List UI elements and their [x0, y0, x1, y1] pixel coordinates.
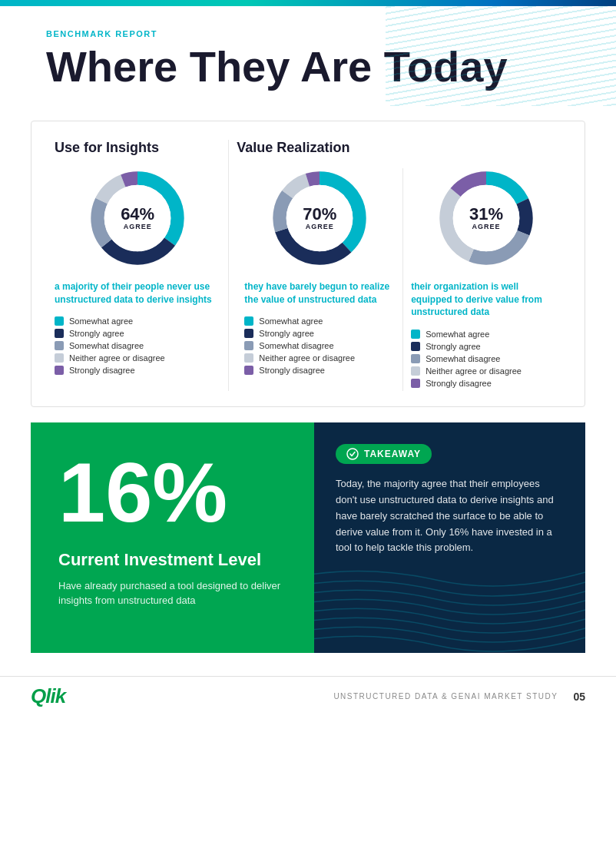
- value-realization-title: Value Realization: [237, 140, 569, 156]
- legend-item: Neither agree or disagree: [411, 366, 561, 376]
- use-insights-title: Use for Insights: [55, 140, 220, 156]
- bottom-section: 16% Current Investment Level Have alread…: [31, 422, 585, 653]
- legend-color-dot: [411, 342, 420, 351]
- svg-point-21: [347, 449, 358, 459]
- legend-color-dot: [411, 379, 420, 388]
- investment-description: Have already purchased a tool designed t…: [58, 578, 286, 608]
- takeaway-badge-label: TAKEAWAY: [364, 449, 421, 459]
- legend-label: Strongly agree: [426, 342, 481, 351]
- use-insights-donut-container: 64% AGREE: [55, 168, 220, 268]
- legend-color-dot: [244, 366, 253, 375]
- value-chart1-donut-container: 70% AGREE: [244, 168, 395, 268]
- legend-color-dot: [55, 329, 64, 338]
- use-insights-donut: 64% AGREE: [88, 168, 187, 268]
- value-chart2-percent: 31%: [469, 206, 503, 223]
- legend-item: Neither agree or disagree: [55, 353, 220, 363]
- legend-label: Strongly agree: [259, 329, 314, 338]
- legend-item: Strongly agree: [55, 329, 220, 338]
- checkmark-icon: [346, 448, 359, 460]
- investment-box: 16% Current Investment Level Have alread…: [31, 422, 314, 653]
- legend-label: Neither agree or disagree: [259, 353, 355, 363]
- value-chart1-legend: Somewhat agree Strongly agree Somewhat d…: [244, 316, 395, 375]
- investment-title: Current Investment Level: [58, 550, 286, 570]
- legend-color-dot: [411, 366, 420, 376]
- footer-study-label: UNSTRUCTURED DATA & GENAI MARKET STUDY: [333, 692, 558, 701]
- use-insights-label: 64% AGREE: [121, 206, 154, 230]
- legend-item: Somewhat disagree: [244, 341, 395, 350]
- legend-color-dot: [244, 329, 253, 338]
- takeaway-text: Today, the majority agree that their emp…: [336, 476, 564, 556]
- footer-logo-area: Qlik: [31, 684, 65, 708]
- footer: Qlik UNSTRUCTURED DATA & GENAI MARKET ST…: [0, 676, 616, 716]
- value-chart1-percent: 70%: [303, 206, 336, 223]
- content-area: Use for Insights: [0, 121, 616, 653]
- legend-label: Somewhat agree: [259, 316, 323, 326]
- legend-item: Strongly disagree: [244, 366, 395, 375]
- qlik-logo: Qlik: [31, 684, 65, 708]
- legend-color-dot: [55, 316, 64, 326]
- decorative-lines: [386, 6, 616, 106]
- legend-item: Strongly disagree: [411, 379, 561, 388]
- legend-color-dot: [411, 330, 420, 339]
- value-realization-section: Value Realization: [229, 140, 569, 391]
- use-insights-legend: Somewhat agree Strongly agree Somewhat d…: [55, 316, 220, 375]
- value-chart1-agree: AGREE: [303, 223, 336, 230]
- legend-label: Neither agree or disagree: [426, 366, 522, 376]
- legend-label: Strongly disagree: [426, 379, 492, 388]
- legend-label: Somewhat disagree: [69, 341, 144, 350]
- legend-label: Strongly agree: [69, 329, 124, 338]
- value-chart2-legend: Somewhat agree Strongly agree Somewhat d…: [411, 330, 561, 388]
- legend-label: Somewhat disagree: [259, 341, 333, 350]
- top-decorative-bar: [0, 0, 616, 6]
- value-chart1-section: 70% AGREE they have barely begun to real…: [237, 168, 403, 391]
- footer-right: UNSTRUCTURED DATA & GENAI MARKET STUDY 0…: [333, 691, 585, 703]
- value-chart1-donut: 70% AGREE: [270, 168, 369, 268]
- legend-label: Somewhat disagree: [426, 354, 500, 363]
- takeaway-box: TAKEAWAY Today, the majority agree that …: [314, 422, 585, 653]
- legend-color-dot: [55, 341, 64, 350]
- legend-label: Somewhat agree: [426, 330, 489, 339]
- investment-percent: 16%: [58, 450, 286, 535]
- legend-item: Strongly disagree: [55, 366, 220, 375]
- value-chart1-description: they have barely begun to realize the va…: [244, 280, 395, 306]
- header-section: BENCHMARK REPORT Where They Are Today: [0, 6, 616, 121]
- legend-label: Strongly disagree: [259, 366, 325, 375]
- legend-color-dot: [55, 353, 64, 363]
- value-chart2-agree: AGREE: [469, 223, 503, 230]
- legend-label: Strongly disagree: [69, 366, 135, 375]
- legend-item: Strongly agree: [411, 342, 561, 351]
- legend-item: Somewhat agree: [244, 316, 395, 326]
- use-insights-description: a majority of their people never use uns…: [55, 280, 220, 306]
- value-chart2-section: 31% AGREE their organization is well equ…: [403, 168, 569, 391]
- legend-color-dot: [244, 341, 253, 350]
- takeaway-badge: TAKEAWAY: [336, 444, 432, 464]
- charts-card: Use for Insights: [31, 121, 585, 407]
- legend-item: Somewhat disagree: [411, 354, 561, 363]
- legend-item: Somewhat agree: [411, 330, 561, 339]
- footer-page-number: 05: [573, 691, 585, 703]
- use-insights-percent: 64%: [121, 206, 154, 223]
- value-chart1-label: 70% AGREE: [303, 206, 336, 230]
- legend-item: Neither agree or disagree: [244, 353, 395, 363]
- legend-item: Strongly agree: [244, 329, 395, 338]
- value-chart2-donut-container: 31% AGREE: [411, 168, 561, 268]
- use-insights-section: Use for Insights: [47, 140, 229, 391]
- legend-label: Neither agree or disagree: [69, 353, 165, 363]
- legend-item: Somewhat disagree: [55, 341, 220, 350]
- legend-label: Somewhat agree: [69, 316, 133, 326]
- legend-color-dot: [411, 354, 420, 363]
- value-chart2-label: 31% AGREE: [469, 206, 503, 230]
- legend-item: Somewhat agree: [55, 316, 220, 326]
- value-chart2-description: their organization is well equipped to d…: [411, 280, 561, 319]
- use-insights-agree: AGREE: [121, 223, 154, 230]
- legend-color-dot: [244, 353, 253, 363]
- wave-decoration: .wave-line { fill: none; stroke: rgba(0,…: [314, 561, 585, 653]
- legend-color-dot: [244, 316, 253, 326]
- legend-color-dot: [55, 366, 64, 375]
- value-chart2-donut: 31% AGREE: [436, 168, 536, 268]
